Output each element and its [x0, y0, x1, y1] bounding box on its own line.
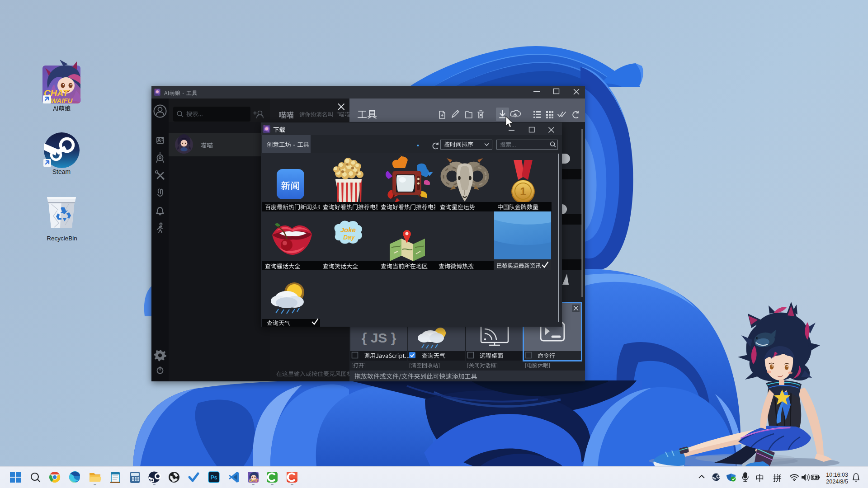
svg-text:Day: Day: [343, 234, 355, 241]
svg-text:2024/8/5: 2024/8/5: [826, 479, 848, 485]
svg-text:WAIFU: WAIFU: [51, 97, 73, 104]
svg-text:Steam: Steam: [52, 168, 71, 175]
svg-text:10:16:03: 10:16:03: [826, 472, 848, 478]
svg-text:{ JS }: { JS }: [362, 330, 396, 345]
svg-text:1: 1: [520, 185, 526, 197]
svg-text:RecycleBin: RecycleBin: [47, 235, 77, 242]
svg-text:Ps: Ps: [211, 474, 217, 481]
svg-text:Joke: Joke: [340, 226, 356, 234]
svg-text:CHAT: CHAT: [249, 479, 258, 482]
